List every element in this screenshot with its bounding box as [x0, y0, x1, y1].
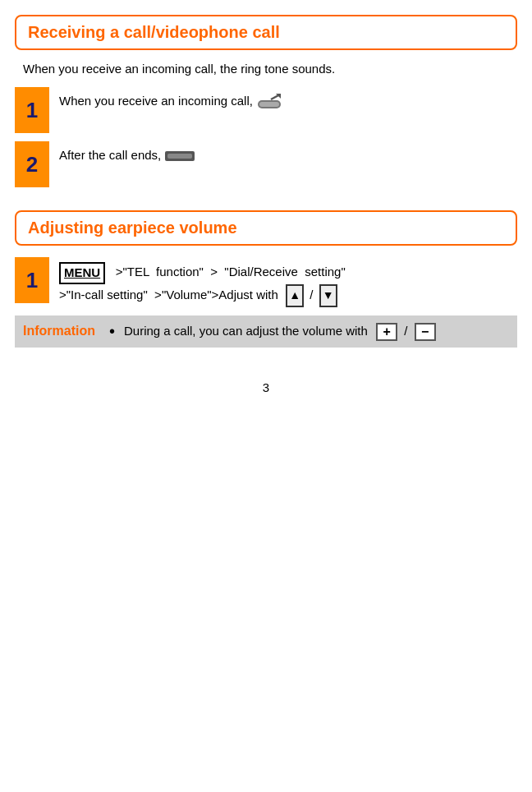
phone-receive-icon	[256, 92, 282, 112]
vol-down-icon: ▼	[319, 284, 337, 307]
information-label: Information	[23, 322, 109, 338]
section1-bullet: When you receive an incoming call, the r…	[23, 62, 517, 76]
slash-divider: /	[404, 324, 407, 338]
svg-line-3	[271, 94, 280, 99]
section2-step1-row: 1 MENU >"TEL function" > "Dial/Receive s…	[15, 257, 517, 307]
section2-spacer: Adjusting earpiece volume	[15, 210, 517, 246]
step2-row: 2 After the call ends,	[15, 141, 517, 187]
vol-slash: /	[310, 288, 313, 302]
step2-number: 2	[15, 141, 49, 187]
section2-step1-text: MENU >"TEL function" > "Dial/Receive set…	[59, 257, 346, 307]
page-number: 3	[15, 380, 517, 394]
section2-step1-number: 1	[15, 257, 49, 303]
svg-rect-1	[259, 102, 279, 107]
svg-rect-5	[167, 154, 192, 159]
phone-end-icon	[164, 147, 195, 165]
section1-header: Receiving a call/videophone call	[15, 15, 517, 50]
menu-box: MENU	[59, 262, 105, 284]
vol-up-icon: ▲	[286, 284, 304, 307]
step1-row: 1 When you receive an incoming call,	[15, 87, 517, 133]
info-bullet-dot: •	[109, 322, 124, 341]
step2-text: After the call ends,	[59, 141, 195, 165]
information-row: Information • During a call, you can adj…	[15, 315, 517, 348]
plus-button-icon: +	[376, 323, 397, 341]
minus-button-icon: −	[415, 323, 436, 341]
step1-text: When you receive an incoming call,	[59, 87, 282, 112]
step1-number: 1	[15, 87, 49, 133]
info-text: During a call, you can adjust the volume…	[124, 322, 509, 341]
section2-header: Adjusting earpiece volume	[15, 210, 517, 246]
